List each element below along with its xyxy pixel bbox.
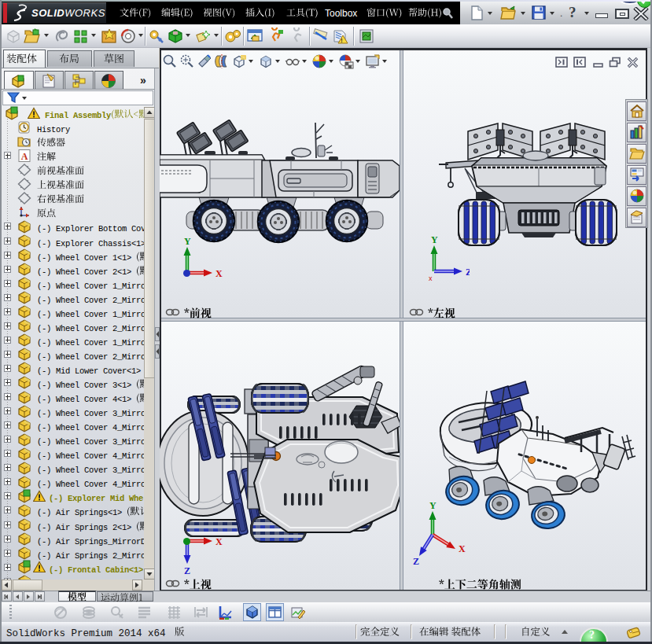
svg-text:!: ! bbox=[341, 38, 342, 43]
svg-text:A: A bbox=[21, 150, 28, 161]
